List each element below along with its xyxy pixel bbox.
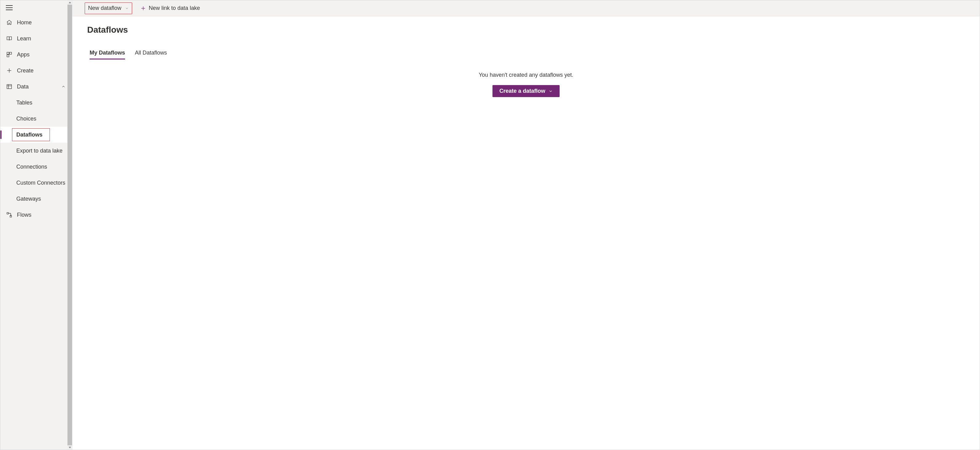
sidebar-item-label: Flows bbox=[17, 212, 67, 218]
home-icon bbox=[6, 19, 13, 26]
sidebar-item-flows[interactable]: Flows bbox=[0, 207, 72, 223]
sidebar-item-gateways[interactable]: Gateways bbox=[0, 191, 72, 207]
tab-all-dataflows[interactable]: All Dataflows bbox=[135, 49, 167, 59]
sidebar-data-children: Tables Choices Dataflows Export to data … bbox=[0, 95, 72, 207]
command-bar: New dataflow New link to data lake bbox=[72, 0, 980, 16]
sidebar-item-home[interactable]: Home bbox=[0, 14, 72, 30]
sidebar-item-label: Learn bbox=[17, 35, 67, 42]
sidebar-item-tables[interactable]: Tables bbox=[0, 95, 72, 111]
scroll-track[interactable] bbox=[67, 5, 72, 445]
empty-message: You haven't created any dataflows yet. bbox=[87, 72, 965, 78]
new-dataflow-button[interactable]: New dataflow bbox=[85, 2, 132, 14]
apps-icon bbox=[6, 51, 13, 58]
flows-icon bbox=[6, 211, 13, 218]
app-shell: Home Learn Apps Create bbox=[0, 0, 980, 450]
learn-icon bbox=[6, 35, 13, 42]
data-icon bbox=[6, 83, 13, 90]
scroll-down-arrow[interactable] bbox=[67, 445, 72, 450]
page-title: Dataflows bbox=[87, 25, 965, 35]
svg-rect-8 bbox=[7, 213, 9, 214]
svg-rect-1 bbox=[10, 53, 12, 54]
sidebar-item-label: Data bbox=[17, 83, 60, 90]
sidebar-item-connections[interactable]: Connections bbox=[0, 159, 72, 175]
sidebar-item-label: Tables bbox=[16, 99, 67, 106]
empty-state: You haven't created any dataflows yet. C… bbox=[87, 72, 965, 97]
sidebar-item-label: Custom Connectors bbox=[16, 180, 67, 186]
sidebar-item-label: Export to data lake bbox=[16, 148, 67, 154]
chevron-down-icon bbox=[125, 6, 129, 10]
main: New dataflow New link to data lake Dataf… bbox=[72, 0, 980, 450]
sidebar-item-label: Create bbox=[17, 67, 67, 74]
svg-marker-10 bbox=[69, 2, 71, 3]
create-icon bbox=[6, 67, 13, 74]
sidebar-item-custom-connectors[interactable]: Custom Connectors bbox=[0, 175, 72, 191]
tabs: My Dataflows All Dataflows bbox=[87, 49, 965, 59]
chevron-down-icon bbox=[549, 89, 553, 93]
sidebar-item-export-data-lake[interactable]: Export to data lake bbox=[0, 143, 72, 159]
svg-marker-11 bbox=[69, 447, 71, 448]
hamburger-menu[interactable] bbox=[6, 5, 13, 10]
sidebar-item-learn[interactable]: Learn bbox=[0, 30, 72, 46]
page-content: Dataflows My Dataflows All Dataflows You… bbox=[72, 16, 980, 450]
scroll-thumb[interactable] bbox=[67, 5, 72, 445]
create-dataflow-button[interactable]: Create a dataflow bbox=[492, 85, 559, 97]
sidebar-item-label: Connections bbox=[16, 164, 67, 170]
sidebar-item-choices[interactable]: Choices bbox=[0, 111, 72, 127]
sidebar-item-label: Home bbox=[17, 19, 67, 26]
cmd-label: New dataflow bbox=[88, 5, 121, 11]
sidebar-item-label: Choices bbox=[16, 116, 67, 122]
cta-label: Create a dataflow bbox=[499, 88, 545, 94]
svg-rect-0 bbox=[7, 53, 9, 54]
svg-rect-2 bbox=[7, 55, 9, 57]
sidebar-scrollbar[interactable] bbox=[67, 0, 72, 450]
tab-label: All Dataflows bbox=[135, 49, 167, 56]
new-link-data-lake-button[interactable]: New link to data lake bbox=[137, 2, 203, 14]
scroll-up-arrow[interactable] bbox=[67, 0, 72, 5]
sidebar: Home Learn Apps Create bbox=[0, 0, 72, 450]
sidebar-item-label: Dataflows bbox=[16, 132, 67, 138]
svg-rect-5 bbox=[7, 85, 12, 88]
sidebar-item-label: Apps bbox=[17, 51, 67, 58]
chevron-up-icon bbox=[60, 83, 67, 90]
tab-label: My Dataflows bbox=[90, 49, 125, 56]
plus-icon bbox=[140, 5, 146, 11]
sidebar-item-apps[interactable]: Apps bbox=[0, 46, 72, 62]
sidebar-item-dataflows[interactable]: Dataflows bbox=[0, 127, 72, 143]
sidebar-item-create[interactable]: Create bbox=[0, 62, 72, 78]
cmd-label: New link to data lake bbox=[149, 5, 200, 11]
sidebar-item-data[interactable]: Data bbox=[0, 78, 72, 95]
tab-my-dataflows[interactable]: My Dataflows bbox=[90, 49, 125, 59]
sidebar-item-label: Gateways bbox=[16, 196, 67, 202]
